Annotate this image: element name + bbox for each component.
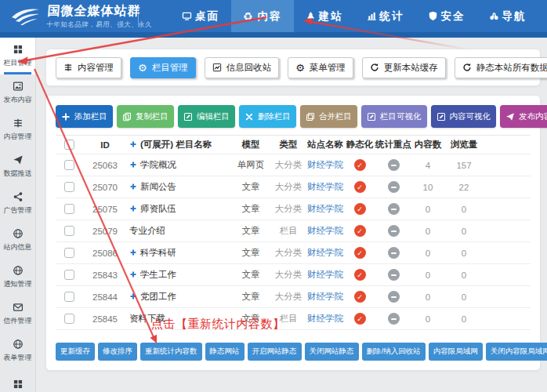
expand-toggle[interactable] (129, 249, 137, 258)
row-site-link[interactable]: 财经学院 (306, 313, 344, 325)
static-status-icon[interactable]: ✓ (354, 291, 366, 303)
row-checkbox[interactable] (64, 292, 74, 302)
focus-status-icon[interactable] (388, 159, 400, 171)
sidebar-item-ads[interactable]: 广告管理 (0, 185, 35, 222)
sidebar-item-columns[interactable]: 栏目管理 (0, 38, 35, 74)
brand: 国微全媒体站群 十年知名品牌，易用、强大、永久 (0, 0, 138, 32)
focus-status-icon[interactable] (388, 291, 400, 303)
recount-contents-button[interactable]: 重新统计内容数 (140, 343, 202, 361)
row-site-link[interactable]: 财经学院 (306, 181, 344, 193)
tab-column-manage[interactable]: ⚙栏目管理 (130, 57, 196, 78)
lan-limit-button[interactable]: 内容限局域网 (429, 343, 483, 361)
delete-recycle-button[interactable]: 删除/纳入回收站 (362, 343, 426, 361)
nav-item-desktop[interactable]: 桌面 (170, 0, 231, 32)
nav-item-navigate[interactable]: 导航 (477, 0, 538, 32)
nav-item-content[interactable]: ♻内容 (231, 0, 294, 32)
nav-item-label: 统计 (380, 9, 404, 24)
toolbar-button-label: 内容可视化 (450, 111, 491, 122)
row-checkbox[interactable] (64, 248, 74, 258)
edit-column-button[interactable]: 编辑栏目 (178, 105, 235, 128)
focus-status-icon[interactable] (388, 247, 400, 259)
expand-toggle[interactable] (129, 292, 137, 302)
static-status-icon[interactable]: ✓ (354, 247, 366, 259)
sidebar-item-mail[interactable]: 信件管理 (0, 296, 35, 332)
static-status-icon[interactable]: ✓ (354, 225, 366, 237)
focus-status-icon[interactable] (388, 313, 400, 325)
col-header: 静态化 (344, 139, 375, 151)
focus-status-icon[interactable] (388, 181, 400, 193)
sidebar-item-publish[interactable]: 发布内容 (0, 74, 35, 111)
col-header: 内容数 (411, 139, 444, 151)
focus-status-icon[interactable] (388, 225, 400, 237)
nav-item-security[interactable]: 安全 (416, 0, 477, 32)
add-column-button[interactable]: 添加栏目 (56, 105, 113, 128)
static-status-icon[interactable]: ✓ (354, 159, 366, 171)
publish-content-button[interactable]: 发布内容 (500, 105, 547, 128)
static-status-icon[interactable]: ✓ (354, 269, 366, 281)
row-content-count: 4 (411, 161, 444, 170)
row-checkbox[interactable] (64, 182, 74, 192)
disable-lan-limit-button[interactable]: 关闭内容限局域网 (486, 343, 547, 361)
tab-menu-manage[interactable]: ⚙菜单管理 (288, 57, 353, 78)
expand-toggle[interactable] (129, 270, 137, 280)
nav-item-label: 安全 (441, 9, 465, 24)
globe-icon (13, 265, 24, 276)
change-order-button[interactable]: 修改排序 (98, 343, 137, 361)
row-checkbox[interactable] (64, 226, 74, 236)
row-views: 157 (444, 161, 484, 170)
row-site-link[interactable]: 财经学院 (306, 247, 344, 259)
row-checkbox[interactable] (64, 160, 74, 170)
row-site-link[interactable]: 财经学院 (306, 269, 344, 281)
sidebar-item-site-info[interactable]: 站内信息 (0, 222, 35, 259)
row-name: 科学科研 (128, 247, 231, 259)
table-row: 25845资料下载文章栏目财经学院✓00 (56, 308, 531, 330)
linechart-icon (212, 63, 222, 72)
col-header: 站点名称 (306, 139, 344, 151)
sidebar-item-forms[interactable]: 表单管理 (0, 332, 35, 369)
sidebar-item-content[interactable]: 内容管理 (0, 111, 35, 148)
disable-static-button[interactable]: 关闭网站静态 (305, 343, 359, 361)
sidebar-item-notify[interactable]: 通知管理 (0, 259, 35, 296)
table-body: 25063学院概况单网页大分类财经学院✓415725070新闻公告文章大分类财经… (56, 154, 531, 330)
tab-label: 菜单管理 (310, 62, 346, 74)
tab-recycle-bin[interactable]: 信息回收站 (205, 57, 280, 78)
column-visual-button[interactable]: 栏目可视化 (361, 105, 427, 128)
sidebar-item-more[interactable] (0, 369, 35, 391)
tab-content-manage[interactable]: 内容管理 (56, 57, 121, 78)
row-type: 大分类 (270, 247, 306, 259)
row-id: 25063 (82, 161, 128, 170)
row-checkbox[interactable] (64, 270, 74, 280)
row-checkbox[interactable] (64, 314, 74, 324)
static-status-icon[interactable]: ✓ (354, 181, 366, 193)
tab-static-all[interactable]: 静态本站所有数据 (455, 57, 547, 78)
enable-static-button[interactable]: 开启网站静态 (248, 343, 302, 361)
nav-item-stats[interactable]: 统计 (355, 0, 416, 32)
content-visual-button[interactable]: 内容可视化 (431, 105, 497, 128)
row-site-link[interactable]: 财经学院 (306, 291, 344, 303)
select-all-checkbox[interactable] (64, 140, 74, 150)
static-status-icon[interactable]: ✓ (354, 203, 366, 215)
expand-toggle[interactable] (129, 205, 137, 214)
focus-status-icon[interactable] (388, 269, 400, 281)
focus-status-icon[interactable] (388, 203, 400, 215)
row-content-count: 10 (411, 183, 444, 192)
row-site-link[interactable]: 财经学院 (306, 225, 344, 237)
expand-toggle[interactable] (129, 161, 137, 170)
sidebar-item-push[interactable]: 数据推送 (0, 148, 35, 185)
static-site-button[interactable]: 静态网站 (205, 343, 245, 361)
row-site-link[interactable]: 财经学院 (306, 203, 344, 215)
nav-item-build[interactable]: 建站 (294, 0, 355, 32)
expand-toggle[interactable] (129, 183, 137, 192)
toolbar-button-label: 合并栏目 (319, 111, 352, 122)
row-id: 25079 (82, 227, 128, 236)
static-status-icon[interactable]: ✓ (354, 313, 366, 325)
row-checkbox[interactable] (64, 204, 74, 214)
copy-column-button[interactable]: 复制栏目 (117, 105, 174, 128)
copy-icon (122, 112, 132, 122)
merge-column-button[interactable]: 合并栏目 (300, 105, 357, 128)
update-cache-button[interactable]: 更新缓存 (56, 343, 95, 361)
delete-column-button[interactable]: 删除栏目 (239, 105, 296, 128)
sidebar: 栏目管理发布内容内容管理数据推送广告管理站内信息通知管理信件管理表单管理 (0, 38, 36, 392)
tab-refresh-cache[interactable]: 更新本站缓存 (362, 57, 446, 78)
row-site-link[interactable]: 财经学院 (306, 159, 344, 171)
